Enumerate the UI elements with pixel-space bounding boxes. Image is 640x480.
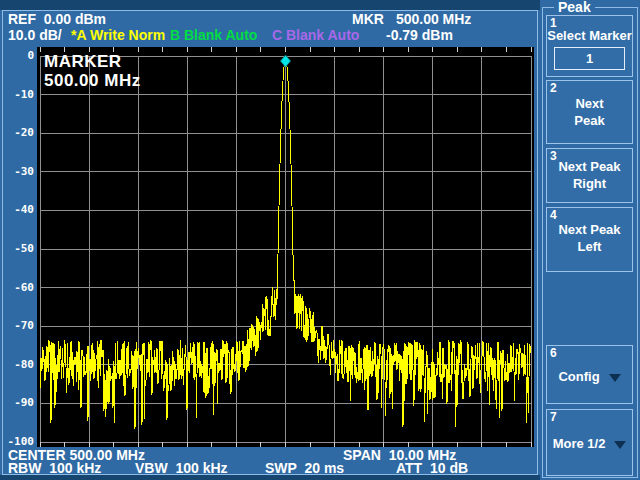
y-axis-tick-label: -50 [0, 243, 34, 255]
softkey-menu: Peak 1 Select Marker 1 2 Next Peak 3 Nex… [540, 0, 640, 480]
softkey-next-peak-right[interactable]: 3 Next Peak Right [546, 148, 633, 203]
trace-b-status: B Blank Auto [170, 28, 257, 43]
selected-marker-value[interactable]: 1 [554, 47, 625, 70]
top-dark-strip [0, 0, 540, 10]
softkey-label: Left [547, 238, 632, 255]
vbw-readout: VBW 100 kHz [135, 461, 228, 475]
y-axis-tick-label: 0 [0, 50, 34, 62]
softkey-label: Config [558, 369, 599, 384]
softkey-menu-title: Peak [554, 0, 595, 14]
marker-annotation-title: MARKER [44, 52, 141, 71]
softkey-label: Next Peak [547, 221, 632, 238]
softkey-next-peak[interactable]: 2 Next Peak [546, 80, 633, 144]
softkey-number: 7 [550, 411, 557, 424]
ref-level-readout: REF 0.00 dBm [8, 12, 106, 27]
softkey-number: 1 [550, 17, 557, 30]
softkey-config[interactable]: 6 Config [546, 345, 633, 404]
softkey-number: 3 [550, 150, 557, 163]
softkey-more[interactable]: 7 More 1/2 [546, 409, 633, 476]
softkey-select-marker[interactable]: 1 Select Marker 1 [546, 15, 633, 77]
dropdown-arrow-icon [614, 441, 626, 449]
mkr-label: MKR [352, 11, 384, 27]
softkey-next-peak-left[interactable]: 4 Next Peak Left [546, 207, 633, 272]
trace-c-status: C Blank Auto [272, 28, 359, 43]
marker-annotation-freq: 500.00 MHz [44, 71, 141, 90]
softkey-label: More 1/2 [553, 436, 606, 451]
y-axis-tick-label: -40 [0, 204, 34, 216]
spectrum-trace-svg [37, 47, 534, 447]
y-axis-tick-label: -80 [0, 359, 34, 371]
softkey-label: Select Marker [547, 27, 632, 44]
spectrum-graticule [37, 47, 534, 447]
rbw-readout: RBW 100 kHz [8, 461, 101, 475]
trace-a-status: *A Write Norm [71, 28, 165, 43]
ref-value: 0.00 dBm [44, 11, 106, 27]
softkey-label: Next Peak [547, 158, 632, 175]
sweep-time-readout: SWP 20 ms [265, 461, 344, 475]
softkey-number: 6 [550, 347, 557, 360]
marker-amplitude-readout: -0.79 dBm [386, 28, 453, 43]
marker-annotation: MARKER 500.00 MHz [44, 52, 141, 90]
softkey-label: Right [547, 175, 632, 192]
y-axis-tick-label: -60 [0, 282, 34, 294]
marker-diamond-icon [281, 55, 291, 67]
y-axis-tick-label: -70 [0, 320, 34, 332]
y-axis-tick-label: -20 [0, 127, 34, 139]
y-axis-tick-label: -90 [0, 397, 34, 409]
mkr-frequency: 500.00 MHz [396, 11, 471, 27]
y-axis-tick-label: -30 [0, 166, 34, 178]
ref-label: REF [8, 11, 36, 27]
softkey-number: 2 [550, 82, 557, 95]
marker-frequency-readout: MKR500.00 MHz [352, 12, 471, 27]
scale-readout: 10.0 dB/ [8, 28, 62, 43]
softkey-label: Peak [547, 112, 632, 129]
softkey-label: Next [547, 95, 632, 112]
attenuation-readout: ATT 10 dB [396, 461, 468, 475]
softkey-number: 4 [550, 209, 557, 222]
dropdown-arrow-icon [609, 374, 621, 382]
y-axis-tick-label: -10 [0, 89, 34, 101]
